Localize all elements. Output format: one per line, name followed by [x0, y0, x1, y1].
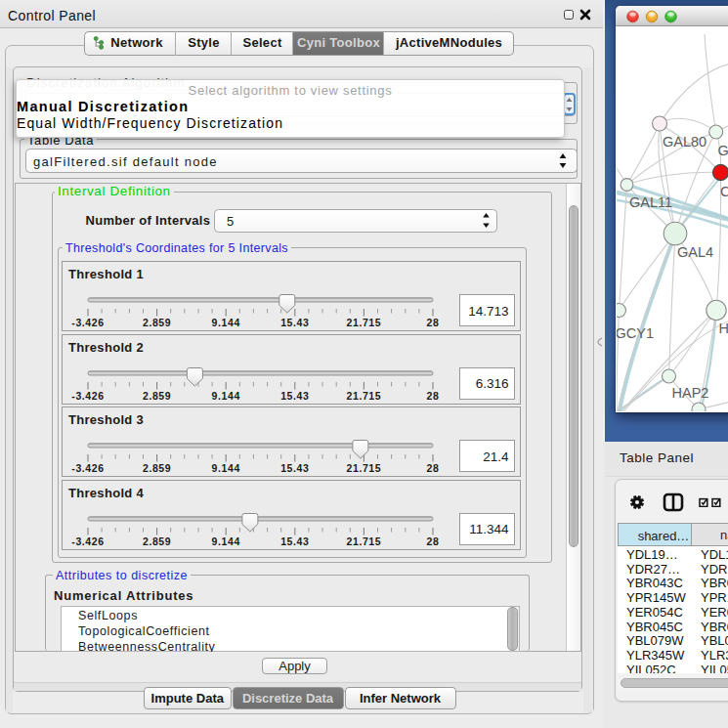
- svg-text:2.859: 2.859: [143, 317, 171, 328]
- svg-text:21.715: 21.715: [347, 462, 382, 474]
- svg-text:2.859: 2.859: [143, 462, 171, 474]
- svg-text:C: C: [720, 184, 728, 199]
- svg-text:-3.426: -3.426: [71, 462, 104, 474]
- svg-text:15.43: 15.43: [280, 389, 309, 401]
- svg-text:GA: GA: [718, 143, 728, 158]
- svg-text:9.144: 9.144: [212, 462, 240, 474]
- svg-text:28: 28: [427, 462, 440, 474]
- svg-text:2.859: 2.859: [143, 389, 171, 401]
- svg-text:28: 28: [427, 317, 440, 328]
- svg-text:15.43: 15.43: [280, 535, 309, 546]
- svg-text:21.715: 21.715: [347, 535, 382, 546]
- svg-text:GAL4: GAL4: [677, 244, 713, 260]
- svg-text:GAL80: GAL80: [663, 134, 707, 150]
- svg-text:-3.426: -3.426: [71, 317, 104, 328]
- svg-text:21.715: 21.715: [347, 317, 382, 328]
- svg-text:9.144: 9.144: [212, 535, 240, 546]
- svg-text:GAL11: GAL11: [629, 194, 672, 210]
- svg-text:9.144: 9.144: [212, 317, 240, 328]
- svg-text:21.715: 21.715: [347, 389, 382, 401]
- svg-text:HAP2: HAP2: [672, 385, 709, 401]
- svg-text:15.43: 15.43: [280, 462, 309, 474]
- svg-text:-3.426: -3.426: [71, 535, 104, 546]
- svg-text:2.859: 2.859: [143, 535, 171, 546]
- svg-text:15.43: 15.43: [280, 317, 309, 328]
- svg-text:9.144: 9.144: [212, 389, 240, 401]
- svg-text:-3.426: -3.426: [71, 389, 104, 401]
- svg-text:28: 28: [427, 535, 440, 546]
- svg-text:H: H: [719, 321, 728, 336]
- svg-text:GCY1: GCY1: [617, 325, 654, 341]
- svg-text:28: 28: [427, 389, 440, 401]
